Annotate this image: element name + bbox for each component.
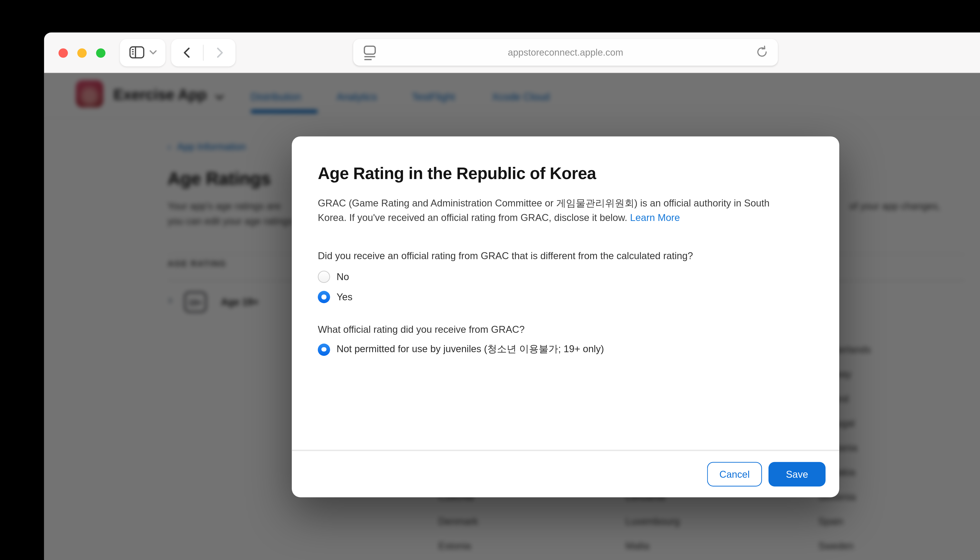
learn-more-link[interactable]: Learn More [630, 212, 680, 223]
history-nav-group [171, 38, 235, 66]
radio-option-not-permitted[interactable]: Not permitted for use by juveniles (청소년 … [318, 343, 604, 356]
safari-window: appstoreconnect.apple.com + [44, 33, 980, 560]
page-format-icon[interactable] [362, 45, 377, 60]
sidebar-icon [129, 45, 145, 59]
cancel-button[interactable]: Cancel [707, 462, 762, 487]
dialog-title: Age Rating in the Republic of Korea [318, 164, 596, 183]
dialog-body-line1: GRAC (Game Rating and Administration Com… [318, 197, 770, 210]
web-content: Exercise App Distribution Analytics Test… [44, 73, 980, 560]
sidebar-toggle-button[interactable] [120, 38, 165, 66]
radio-option-no[interactable]: No [318, 271, 349, 283]
radio-circle-selected[interactable] [318, 343, 330, 355]
url-text: appstoreconnect.apple.com [508, 47, 623, 58]
save-button[interactable]: Save [768, 462, 826, 487]
chevron-down-icon [150, 50, 157, 55]
browser-toolbar: appstoreconnect.apple.com + [44, 33, 980, 73]
url-address-field[interactable]: appstoreconnect.apple.com [353, 39, 778, 66]
radio-option-yes[interactable]: Yes [318, 291, 352, 303]
close-window-button[interactable] [58, 48, 68, 57]
radio-circle-selected[interactable] [318, 291, 330, 303]
grac-age-rating-dialog: Age Rating in the Republic of Korea GRAC… [292, 136, 839, 497]
dialog-body-line2: Korea. If you've received an official ra… [318, 212, 680, 223]
question-which-rating: What official rating did you receive fro… [318, 324, 524, 335]
reload-icon[interactable] [755, 45, 769, 59]
radio-circle-unselected[interactable] [318, 271, 330, 283]
dialog-footer-divider [292, 450, 839, 451]
back-button[interactable] [171, 47, 203, 58]
question-official-rating: Did you receive an official rating from … [318, 250, 693, 261]
screen: appstoreconnect.apple.com + [0, 0, 980, 560]
minimize-window-button[interactable] [77, 48, 87, 57]
forward-button[interactable] [204, 47, 235, 58]
zoom-window-button[interactable] [96, 48, 105, 57]
